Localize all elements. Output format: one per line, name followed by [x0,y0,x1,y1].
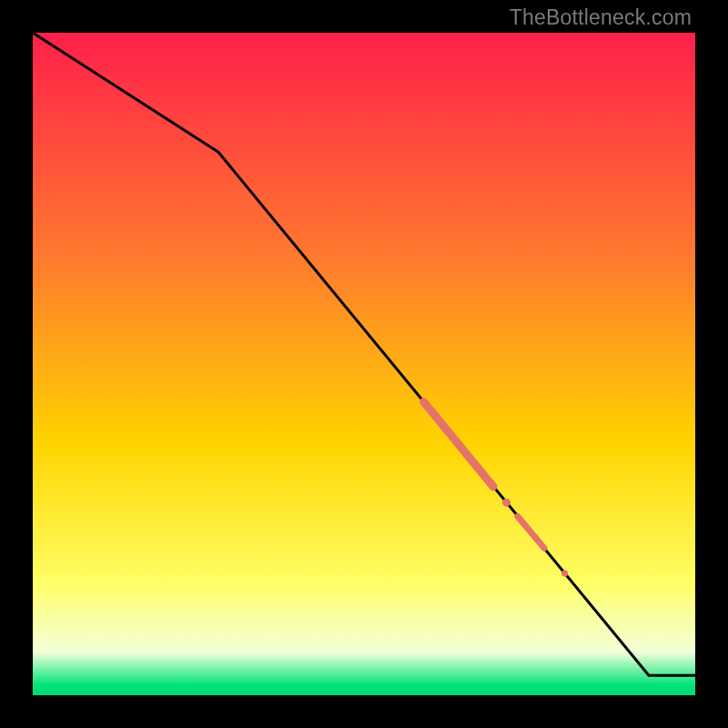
dot-mid [502,499,511,507]
segment-a [424,401,493,486]
chart-overlay [33,33,695,695]
dot-low [561,570,568,576]
plot-area [33,33,695,695]
segment-b [518,516,544,548]
watermark-label: TheBottleneck.com [510,5,692,30]
curve-path [33,33,695,675]
curve-line [33,33,695,675]
marker-group [424,401,569,576]
outer-frame: TheBottleneck.com [0,0,728,728]
